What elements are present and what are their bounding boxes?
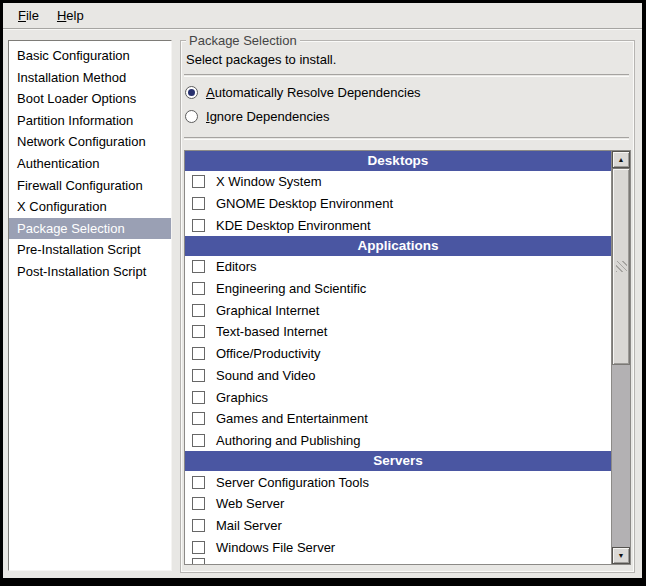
checkbox-icon[interactable]	[192, 304, 205, 317]
package-row[interactable]: X Window System	[185, 171, 611, 193]
package-row[interactable]: GNOME Desktop Environment	[185, 193, 611, 215]
scrollbar-grip-icon	[616, 261, 627, 272]
sidebar-item-package-selection[interactable]: Package Selection	[9, 218, 171, 240]
package-label: Mail Server	[216, 518, 282, 533]
checkbox-icon[interactable]	[192, 558, 205, 564]
radio-label: Ignore Dependencies	[206, 109, 330, 124]
sidebar-item-post-installation-script[interactable]: Post-Installation Script	[9, 261, 171, 283]
package-label: X Window System	[216, 174, 321, 189]
sidebar-item-firewall-configuration[interactable]: Firewall Configuration	[9, 175, 171, 197]
package-row[interactable]: Engineering and Scientific	[185, 278, 611, 300]
package-label: Engineering and Scientific	[216, 281, 366, 296]
scrollbar-thumb[interactable]	[612, 168, 630, 365]
sidebar-item-pre-installation-script[interactable]: Pre-Installation Script	[9, 239, 171, 261]
checkbox-icon[interactable]	[192, 260, 205, 273]
checkbox-icon[interactable]	[192, 175, 205, 188]
instruction-text: Select packages to install.	[186, 52, 336, 67]
checkbox-icon[interactable]	[192, 391, 205, 404]
package-label: Office/Productivity	[216, 346, 321, 361]
menubar: File Help	[3, 3, 642, 29]
package-row[interactable]: Web Server	[185, 493, 611, 515]
package-label: KDE Desktop Environment	[216, 218, 371, 233]
sidebar-item-basic-configuration[interactable]: Basic Configuration	[9, 45, 171, 67]
package-row[interactable]: KDE Desktop Environment	[185, 214, 611, 236]
radio-label: Automatically Resolve Dependencies	[206, 85, 421, 100]
package-label: GNOME Desktop Environment	[216, 196, 393, 211]
package-label: Text-based Internet	[216, 324, 327, 339]
vertical-scrollbar[interactable]: ▲ ▼	[611, 151, 630, 564]
package-row[interactable]: Editors	[185, 256, 611, 278]
kickstart-configurator-window: File Help Basic Configuration Installati…	[0, 0, 646, 586]
package-row-partial[interactable]	[185, 558, 611, 564]
separator	[184, 137, 629, 139]
package-row[interactable]: Windows File Server	[185, 536, 611, 558]
checkbox-icon[interactable]	[192, 369, 205, 382]
radio-ignore-dependencies[interactable]: Ignore Dependencies	[185, 108, 330, 124]
checkbox-icon[interactable]	[192, 197, 205, 210]
sidebar-item-authentication[interactable]: Authentication	[9, 153, 171, 175]
package-category-list: Desktops X Window System GNOME Desktop E…	[184, 150, 631, 565]
checkbox-icon[interactable]	[192, 519, 205, 532]
sidebar-item-installation-method[interactable]: Installation Method	[9, 67, 171, 89]
package-row[interactable]: Sound and Video	[185, 365, 611, 387]
section-header-servers: Servers	[185, 451, 611, 471]
package-rows: Desktops X Window System GNOME Desktop E…	[185, 151, 611, 564]
sidebar-item-partition-information[interactable]: Partition Information	[9, 110, 171, 132]
package-label: Games and Entertainment	[216, 411, 368, 426]
section-header-desktops: Desktops	[185, 151, 611, 171]
package-label: Graphical Internet	[216, 303, 319, 318]
package-label: Sound and Video	[216, 368, 316, 383]
checkbox-icon[interactable]	[192, 476, 205, 489]
checkbox-icon[interactable]	[192, 434, 205, 447]
sidebar-item-boot-loader-options[interactable]: Boot Loader Options	[9, 88, 171, 110]
package-label: Web Server	[216, 496, 284, 511]
frame-legend: Package Selection	[186, 33, 300, 48]
package-row[interactable]: Mail Server	[185, 515, 611, 537]
package-row[interactable]: Games and Entertainment	[185, 408, 611, 430]
package-label: Editors	[216, 259, 256, 274]
section-header-applications: Applications	[185, 236, 611, 256]
menu-help[interactable]: Help	[48, 5, 93, 27]
radio-dot	[188, 89, 195, 96]
checkbox-icon[interactable]	[192, 497, 205, 510]
scroll-down-button[interactable]: ▼	[612, 547, 630, 564]
radio-button-icon[interactable]	[185, 110, 198, 123]
sidebar-item-network-configuration[interactable]: Network Configuration	[9, 131, 171, 153]
package-row[interactable]: Office/Productivity	[185, 343, 611, 365]
radio-button-icon[interactable]	[185, 86, 198, 99]
checkbox-icon[interactable]	[192, 541, 205, 554]
package-selection-frame: Package Selection Select packages to ins…	[180, 40, 635, 573]
scroll-up-button[interactable]: ▲	[612, 151, 630, 168]
package-row[interactable]: Graphical Internet	[185, 299, 611, 321]
package-row[interactable]: Text-based Internet	[185, 321, 611, 343]
section-list: Basic Configuration Installation Method …	[8, 40, 172, 571]
checkbox-icon[interactable]	[192, 282, 205, 295]
package-label: Graphics	[216, 390, 268, 405]
package-row[interactable]: Graphics	[185, 386, 611, 408]
package-label: Server Configuration Tools	[216, 475, 369, 490]
checkbox-icon[interactable]	[192, 325, 205, 338]
menu-file[interactable]: File	[9, 5, 48, 27]
package-row[interactable]: Authoring and Publishing	[185, 430, 611, 452]
sidebar-item-x-configuration[interactable]: X Configuration	[9, 196, 171, 218]
checkbox-icon[interactable]	[192, 219, 205, 232]
separator	[184, 74, 629, 76]
package-label: Windows File Server	[216, 540, 335, 555]
checkbox-icon[interactable]	[192, 347, 205, 360]
radio-auto-resolve-dependencies[interactable]: Automatically Resolve Dependencies	[185, 84, 421, 100]
checkbox-icon[interactable]	[192, 412, 205, 425]
package-label: Authoring and Publishing	[216, 433, 361, 448]
package-row[interactable]: Server Configuration Tools	[185, 471, 611, 493]
